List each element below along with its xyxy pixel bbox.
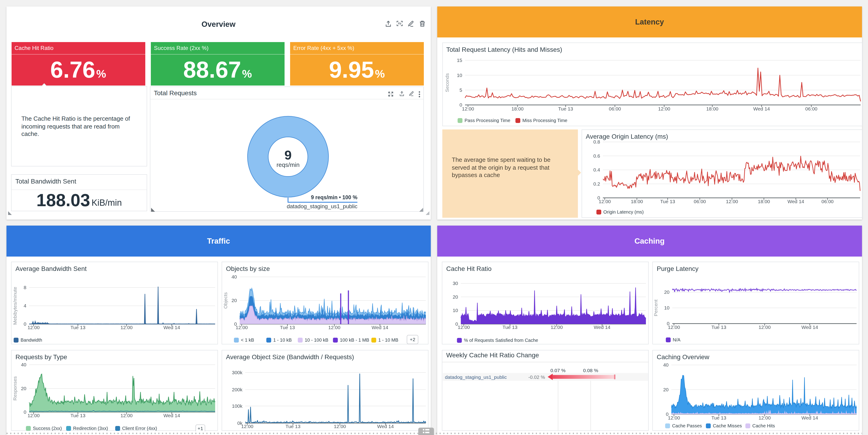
svg-text:12:00: 12:00 (668, 415, 680, 421)
svg-text:12:00: 12:00 (121, 413, 133, 418)
svg-text:12:00: 12:00 (658, 106, 670, 111)
svg-text:Tue 13: Tue 13 (712, 415, 727, 421)
svg-text:Responses: Responses (12, 376, 18, 401)
svg-text:12:00: 12:00 (241, 424, 253, 429)
svg-text:Wed 14: Wed 14 (802, 415, 818, 421)
svg-text:Miss Processing Time: Miss Processing Time (522, 118, 567, 123)
svg-text:Redirection (3xx): Redirection (3xx) (73, 426, 108, 431)
svg-text:Wed 14: Wed 14 (753, 106, 770, 111)
svg-text:20: 20 (664, 290, 670, 295)
svg-text:N/A: N/A (673, 337, 681, 342)
svg-text:0.8: 0.8 (593, 139, 600, 144)
svg-text:12:00: 12:00 (236, 325, 248, 330)
svg-text:Pass Processing Time: Pass Processing Time (464, 118, 510, 123)
svg-text:12:00: 12:00 (458, 325, 470, 330)
svg-text:Wed 14: Wed 14 (802, 325, 818, 330)
svg-text:40: 40 (21, 362, 26, 368)
svg-text:100 kB - 1 MB: 100 kB - 1 MB (340, 337, 369, 342)
svg-text:Success (2xx): Success (2xx) (33, 426, 62, 431)
svg-text:300k: 300k (232, 370, 243, 375)
svg-text:Seconds: Seconds (444, 73, 450, 92)
svg-text:Wed 14: Wed 14 (787, 199, 804, 204)
svg-text:30: 30 (453, 280, 458, 286)
svg-text:4: 4 (24, 303, 27, 308)
svg-text:0.07 %: 0.07 % (551, 368, 566, 373)
svg-text:06:00: 06:00 (822, 199, 834, 204)
svg-text:40: 40 (663, 362, 669, 368)
svg-text:Wed 14: Wed 14 (163, 413, 180, 418)
svg-text:Cache Passes: Cache Passes (672, 423, 702, 428)
svg-text:Wed 14: Wed 14 (163, 325, 180, 330)
svg-text:0.4: 0.4 (593, 167, 600, 172)
svg-text:5: 5 (459, 87, 462, 93)
svg-text:Client Error (4xx): Client Error (4xx) (122, 426, 157, 431)
svg-text:20: 20 (21, 386, 26, 391)
svg-text:Cache Hits: Cache Hits (752, 423, 775, 428)
svg-text:Wed 14: Wed 14 (377, 424, 394, 429)
svg-text:12:00: 12:00 (329, 325, 341, 330)
svg-text:Tue 13: Tue 13 (280, 325, 295, 330)
svg-text:-0.02 %: -0.02 % (528, 374, 545, 380)
svg-text:06:00: 06:00 (609, 106, 621, 111)
svg-text:% of Requests Satisfied from C: % of Requests Satisfied from Cache (464, 338, 538, 343)
svg-text:100k: 100k (232, 403, 243, 409)
svg-text:Tue 13: Tue 13 (70, 413, 86, 418)
svg-text:12:00: 12:00 (462, 106, 474, 111)
svg-text:12:00: 12:00 (551, 325, 563, 330)
svg-text:Objects: Objects (223, 292, 228, 308)
svg-text:8: 8 (24, 285, 27, 290)
svg-text:18:00: 18:00 (631, 199, 643, 204)
svg-text:12:00: 12:00 (334, 424, 346, 429)
svg-text:Wed 14: Wed 14 (594, 325, 611, 330)
svg-text:0: 0 (24, 321, 27, 327)
svg-text:0: 0 (24, 409, 27, 415)
svg-text:Bandwidth: Bandwidth (21, 337, 42, 342)
svg-text:Mebibytes/minute: Mebibytes/minute (12, 287, 18, 325)
svg-text:10: 10 (664, 305, 670, 310)
svg-text:18:00: 18:00 (511, 106, 524, 111)
svg-text:12:00: 12:00 (28, 413, 40, 418)
svg-text:18:00: 18:00 (706, 106, 718, 111)
svg-text:12:00: 12:00 (121, 325, 133, 330)
svg-text:Wed 14: Wed 14 (372, 325, 389, 330)
svg-text:20: 20 (663, 387, 669, 392)
svg-text:Cache Misses: Cache Misses (713, 423, 742, 428)
svg-text:10 - 100 kB: 10 - 100 kB (305, 337, 329, 342)
svg-text:06:00: 06:00 (805, 106, 817, 111)
svg-text:Tue 13: Tue 13 (712, 325, 727, 330)
svg-text:12:00: 12:00 (28, 325, 40, 330)
svg-text:20: 20 (231, 298, 237, 303)
svg-text:06:00: 06:00 (694, 199, 706, 204)
svg-text:0.6: 0.6 (593, 153, 600, 159)
svg-text:Tue 13: Tue 13 (286, 424, 301, 429)
svg-text:datadog_staging_us1_public: datadog_staging_us1_public (445, 374, 507, 380)
svg-text:Percent: Percent (653, 300, 659, 316)
svg-text:< 1 kB: < 1 kB (241, 337, 254, 342)
svg-text:18:00: 18:00 (758, 199, 770, 204)
svg-text:200k: 200k (232, 387, 243, 392)
svg-text:12:00: 12:00 (759, 415, 771, 421)
svg-text:10: 10 (457, 73, 462, 78)
svg-text:20: 20 (453, 294, 458, 300)
svg-text:1 - 10 kB: 1 - 10 kB (274, 337, 292, 342)
svg-text:12:00: 12:00 (668, 325, 680, 330)
svg-text:15: 15 (457, 58, 462, 63)
svg-text:12:00: 12:00 (726, 199, 738, 204)
svg-text:12:00: 12:00 (599, 199, 611, 204)
svg-text:0.2: 0.2 (593, 181, 600, 187)
svg-text:+1: +1 (198, 426, 203, 431)
svg-text:40: 40 (231, 274, 237, 279)
svg-text:12:00: 12:00 (759, 325, 771, 330)
svg-text:1 - 10 MB: 1 - 10 MB (378, 337, 399, 342)
svg-text:Tue 13: Tue 13 (558, 106, 573, 111)
svg-text:+2: +2 (410, 337, 415, 342)
svg-text:10: 10 (453, 308, 458, 313)
svg-text:Tue 13: Tue 13 (503, 325, 518, 330)
svg-text:Tue 13: Tue 13 (70, 325, 86, 330)
svg-text:Origin Latency (ms): Origin Latency (ms) (603, 209, 644, 214)
svg-text:Tue 13: Tue 13 (660, 199, 675, 204)
svg-text:0.08 %: 0.08 % (583, 368, 598, 373)
